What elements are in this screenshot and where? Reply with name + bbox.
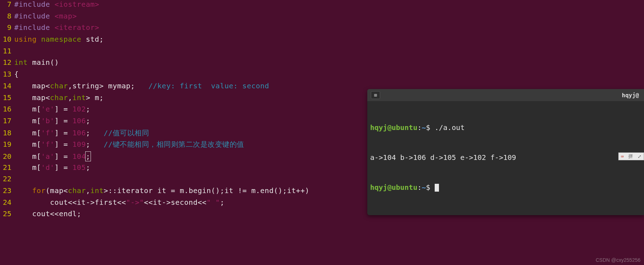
terminal-window[interactable]: ⊞ hqyj@ hqyj@ubuntu:~$ ./a.out a->104 b-… [367, 89, 644, 215]
line-number: 11 [0, 47, 12, 55]
token-string: 'f' [41, 140, 55, 149]
token-normal: map< [14, 93, 50, 102]
token-normal: ,string> mymap; [68, 82, 149, 90]
ime-expand-icon: ⤢ [638, 154, 642, 159]
code-content[interactable]: cout<<it->first<<"->"<<it->second<<" "; [12, 198, 224, 207]
line-number: 19 [0, 140, 12, 149]
code-content[interactable]: map<char,int> m; [12, 93, 104, 102]
token-normal: m[ [14, 163, 41, 172]
token-normal [14, 186, 32, 195]
token-keyword: using [14, 35, 41, 43]
token-preproc: #include [14, 0, 55, 9]
prompt-user: hqyj@ubuntu [370, 183, 417, 192]
token-normal: (map< [46, 186, 68, 195]
code-content[interactable]: map<char,string> mymap; //key: first val… [12, 82, 269, 90]
token-normal: ] = [55, 129, 72, 137]
code-content[interactable]: #include <map> [12, 12, 77, 20]
token-comment: //值可以相同 [104, 129, 149, 137]
token-normal: , [68, 93, 73, 102]
token-number: 105 [72, 163, 86, 172]
line-number: 12 [0, 58, 12, 67]
token-angle: <iostream> [55, 0, 99, 9]
token-comment: //key: first value: second [148, 82, 269, 90]
token-type: int [90, 186, 104, 195]
terminal-line: hqyj@ubuntu:~$ [370, 182, 641, 192]
token-type: namespace [41, 35, 81, 43]
token-string: 'a' [41, 152, 55, 161]
code-content[interactable]: { [12, 70, 19, 78]
token-number: 104 [72, 152, 86, 161]
line-number: 14 [0, 82, 12, 90]
line-number: 15 [0, 93, 12, 102]
token-normal: ; [86, 116, 91, 125]
token-type: int [14, 58, 28, 67]
token-normal: > m; [86, 93, 104, 102]
token-normal: ] = [55, 105, 72, 113]
token-comment: //键不能相同，相同则第二次是改变键的值 [104, 140, 244, 149]
token-string: "->" [126, 198, 144, 207]
code-content[interactable]: #include <iterator> [12, 23, 99, 32]
line-number: 10 [0, 35, 12, 43]
prompt-path: ~ [422, 123, 426, 132]
code-content[interactable]: m['e'] = 102; [12, 105, 90, 113]
token-string: 'd' [41, 163, 55, 172]
line-number: 22 [0, 175, 12, 183]
code-content[interactable]: m['f'] = 106; //值可以相同 [12, 128, 149, 138]
token-normal: ; [86, 163, 91, 172]
token-normal: ] = [55, 140, 72, 149]
token-normal: m[ [14, 105, 41, 113]
terminal-command: ./a.out [435, 123, 465, 132]
prompt-path: ~ [422, 183, 426, 192]
token-normal: cout<<endl; [14, 209, 81, 218]
line-number: 16 [0, 105, 12, 113]
token-string: 'e' [41, 105, 55, 113]
code-line[interactable]: 8#include <map> [0, 12, 644, 24]
line-number: 24 [0, 198, 12, 207]
watermark-text: CSDN @cxy255256 [596, 257, 641, 263]
code-line[interactable]: 11 [0, 47, 644, 58]
token-normal: ] = [55, 152, 72, 161]
line-number: 17 [0, 116, 12, 125]
terminal-title: hqyj@ [622, 92, 639, 99]
code-line[interactable]: 12int main() [0, 58, 644, 70]
code-content[interactable]: cout<<endl; [12, 209, 81, 218]
token-string: 'f' [41, 129, 55, 137]
terminal-new-tab-button[interactable]: ⊞ [371, 91, 380, 99]
code-line[interactable]: 7#include <iostream> [0, 0, 644, 12]
token-angle: <iterator> [55, 23, 99, 32]
prompt-sep: : [417, 123, 421, 132]
code-content[interactable]: int main() [12, 58, 59, 67]
token-normal: std; [81, 35, 104, 43]
token-normal: <<it->second<< [144, 198, 207, 207]
token-normal: m[ [14, 129, 41, 137]
terminal-header[interactable]: ⊞ hqyj@ [367, 89, 644, 101]
terminal-line: hqyj@ubuntu:~$ ./a.out [370, 123, 641, 132]
code-content[interactable]: #include <iostream> [12, 0, 99, 9]
token-angle: <map> [55, 12, 77, 20]
terminal-body[interactable]: hqyj@ubuntu:~$ ./a.out a->104 b->106 d->… [367, 101, 644, 215]
token-normal: ; [86, 140, 104, 149]
code-line[interactable]: 10using namespace std; [0, 35, 644, 47]
token-normal: { [14, 70, 19, 78]
code-line[interactable]: 9#include <iterator> [0, 23, 644, 35]
token-string: 'b' [41, 116, 55, 125]
token-normal: main() [28, 58, 59, 67]
line-number: 21 [0, 163, 12, 172]
token-preproc: #include [14, 12, 55, 20]
code-content[interactable]: m['f'] = 109; //键不能相同，相同则第二次是改变键的值 [12, 140, 244, 149]
ime-indicator[interactable]: ⌨ 拼 ⤢ [618, 152, 644, 160]
line-number: 23 [0, 186, 12, 195]
code-content[interactable]: using namespace std; [12, 35, 104, 43]
ime-mode-icon: 拼 [628, 153, 633, 160]
code-content[interactable]: m['d'] = 105; [12, 163, 90, 172]
line-number: 13 [0, 70, 12, 78]
token-normal: ] = [55, 163, 72, 172]
token-normal: , [86, 186, 91, 195]
code-content[interactable]: m['b'] = 106; [12, 116, 90, 125]
token-normal: ] = [55, 116, 72, 125]
code-content[interactable]: m['a'] = 104; [12, 151, 91, 161]
token-normal: >::iterator it = m.begin();it != m.end()… [104, 186, 310, 195]
token-cursorbox: ; [85, 151, 91, 161]
code-content[interactable]: for(map<char,int>::iterator it = m.begin… [12, 186, 310, 195]
code-line[interactable]: 13{ [0, 70, 644, 82]
